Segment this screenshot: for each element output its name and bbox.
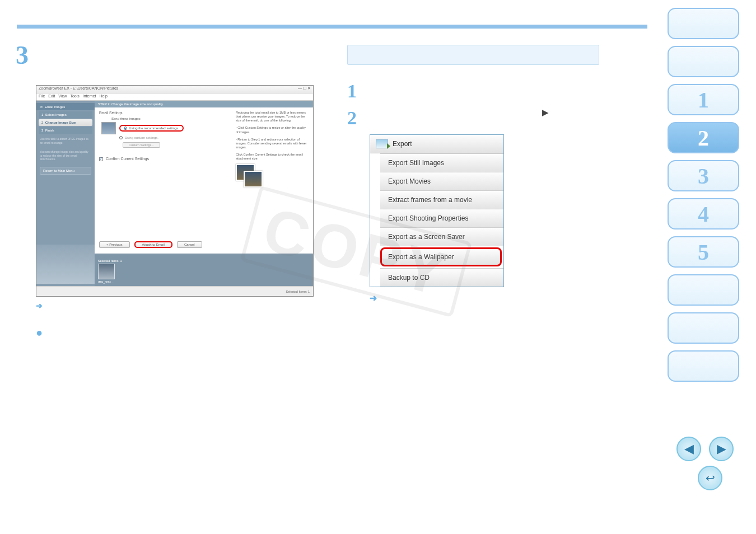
bullet-row: ● xyxy=(36,327,43,337)
recommended-settings-highlight: Using the recommended settings. xyxy=(119,125,184,132)
right-column: 1 2 placeholder ▶ Export Export Still Im… xyxy=(347,45,616,303)
step-num: 3 xyxy=(41,129,43,132)
status-bar: Selected Items: 1 xyxy=(36,286,313,296)
nav-chapter-1[interactable]: 1 xyxy=(668,84,739,115)
step-banner: STEP 2: Change the image size and qualit… xyxy=(95,101,313,107)
sidebar-header: ✉ Email Images xyxy=(36,103,95,110)
tip-1: - Click Custom Settings to resize or alt… xyxy=(236,126,309,134)
nav-chapter-4[interactable]: 4 xyxy=(668,198,739,229)
nav-extra-3[interactable] xyxy=(668,350,739,382)
email-settings-heading: Email Settings xyxy=(99,111,230,115)
result-arrow: ➜ xyxy=(36,301,43,310)
sidebar-graphic xyxy=(36,245,95,284)
step-num: 1 xyxy=(41,113,43,116)
step-label: Change Image Size xyxy=(45,121,76,124)
sidebar-note-2: You can change image size and quality to… xyxy=(36,148,95,163)
menu-internet[interactable]: Internet xyxy=(83,94,96,100)
menu-edit[interactable]: Edit xyxy=(48,94,55,100)
window-title: ZoomBrowser EX - E:\Users\CANON\Pictures xyxy=(39,86,118,92)
custom-settings-button[interactable]: Custom Settings... xyxy=(123,142,160,148)
nav-chapter-3[interactable]: 3 xyxy=(668,160,739,191)
step-num: 2 xyxy=(41,121,43,124)
tip-header: Reducing the total email size to 1MB or … xyxy=(236,111,309,123)
export-header[interactable]: Export xyxy=(370,135,503,153)
backup-to-cd[interactable]: Backup to CD xyxy=(380,268,503,287)
radio-custom-label: Using custom settings. xyxy=(125,136,158,139)
step-2-number: 2 xyxy=(347,107,363,129)
export-wallpaper-highlight[interactable]: Export as a Wallpaper xyxy=(380,247,502,266)
export-movies[interactable]: Export Movies xyxy=(380,172,503,190)
sidebar-step-1[interactable]: 1 Select Images xyxy=(39,111,92,118)
radio-recommended[interactable] xyxy=(124,127,127,130)
attach-to-email-button[interactable]: Attach to Email xyxy=(142,243,165,246)
sidebar-step-2[interactable]: 2 Change Image Size xyxy=(39,119,92,126)
step-number: 3 xyxy=(16,40,29,70)
export-icon xyxy=(376,139,388,148)
page-nav-arrows: ◀ ▶ xyxy=(676,437,734,461)
menu-view[interactable]: View xyxy=(58,94,67,100)
step-2-text: placeholder ▶ xyxy=(365,107,616,118)
extract-frames[interactable]: Extract frames from a movie xyxy=(380,190,503,209)
email-icon: ✉ xyxy=(40,105,43,109)
chapter-nav: 1 2 3 4 5 xyxy=(668,8,739,382)
sidebar-title: Email Images xyxy=(45,105,65,109)
sidebar-step-3[interactable]: 3 Finish xyxy=(39,127,92,134)
nav-intro[interactable] xyxy=(668,8,739,39)
top-divider xyxy=(17,25,647,29)
step-label: Finish xyxy=(45,129,54,132)
nav-chapter-2[interactable]: 2 xyxy=(668,122,739,153)
sidebar-note-1: Use this task to attach JPEG images to a… xyxy=(36,135,95,147)
selected-thumbnail[interactable] xyxy=(98,264,115,279)
step-1-text xyxy=(365,81,616,102)
step-1-number: 1 xyxy=(347,81,363,102)
menu-tools[interactable]: Tools xyxy=(70,94,79,100)
nav-contents[interactable] xyxy=(668,46,739,77)
menu-help[interactable]: Help xyxy=(99,94,107,100)
window-titlebar: ZoomBrowser EX - E:\Users\CANON\Pictures… xyxy=(36,86,313,93)
send-images-label: Send these images: xyxy=(111,117,141,120)
window-controls: — ☐ ✕ xyxy=(298,86,311,92)
zoombrowser-screenshot: ZoomBrowser EX - E:\Users\CANON\Pictures… xyxy=(36,85,314,297)
status-text: Selected Items: 1 xyxy=(286,290,310,293)
menu-file[interactable]: File xyxy=(39,94,45,100)
export-header-label: Export xyxy=(393,140,412,148)
preview-thumbnail xyxy=(101,122,116,134)
tip-3: Click Confirm Current Settings to check … xyxy=(236,153,309,161)
menu-bar: File Edit View Tools Internet Help xyxy=(36,93,313,101)
prev-page-button[interactable]: ◀ xyxy=(676,437,701,461)
export-screen-saver[interactable]: Export as a Screen Saver xyxy=(380,227,503,246)
nav-chapter-5[interactable]: 5 xyxy=(668,236,739,268)
next-page-button[interactable]: ▶ xyxy=(709,437,734,461)
nav-extra-2[interactable] xyxy=(668,312,739,344)
bullet-icon: ● xyxy=(36,326,43,339)
cancel-button[interactable]: Cancel xyxy=(177,241,202,248)
nav-extra-1[interactable] xyxy=(668,274,739,306)
return-button[interactable]: ↩ xyxy=(698,466,722,490)
confirm-label: Confirm Current Settings xyxy=(106,157,149,161)
selected-items-label: Selected Items: 1 xyxy=(98,259,122,263)
tip-2: - Return to Step 1 and reduce your selec… xyxy=(236,138,309,149)
radio-recommended-label: Using the recommended settings. xyxy=(129,127,179,130)
task-sidebar: ✉ Email Images 1 Select Images 2 Change … xyxy=(36,101,95,286)
confirm-checkbox[interactable] xyxy=(99,157,103,161)
export-menu: Export Export Still Images Export Movies… xyxy=(370,134,504,287)
sample-photos xyxy=(236,164,264,189)
result-arrow-2: ➜ xyxy=(370,293,616,303)
arrow-right-icon: ➜ xyxy=(36,301,43,310)
triangle-icon: ▶ xyxy=(542,107,549,118)
main-panel: STEP 2: Change the image size and qualit… xyxy=(95,101,313,286)
previous-button[interactable]: < Previous xyxy=(99,241,130,248)
info-box xyxy=(347,45,599,65)
arrow-right-icon: ➜ xyxy=(370,293,377,303)
step-label: Select Images xyxy=(45,113,67,116)
thumb-filename: IMG_0001... xyxy=(98,280,122,284)
return-main-menu-button[interactable]: Return to Main Menu xyxy=(40,167,91,175)
export-still-images[interactable]: Export Still Images xyxy=(380,153,503,172)
export-shooting-properties[interactable]: Export Shooting Properties xyxy=(380,209,503,227)
radio-custom[interactable] xyxy=(119,136,123,139)
attach-to-email-highlight: Attach to Email xyxy=(134,241,172,248)
